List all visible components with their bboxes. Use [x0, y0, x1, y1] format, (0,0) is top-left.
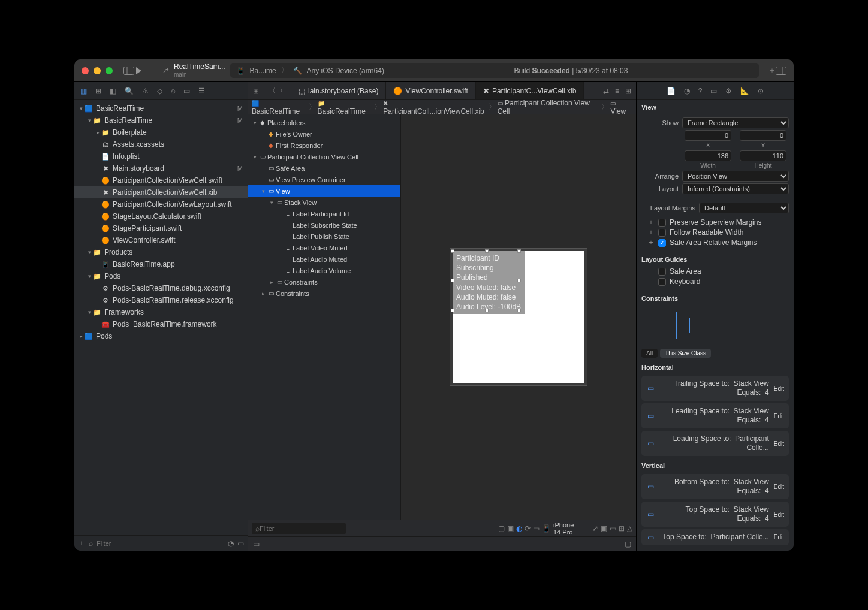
interface-builder-canvas[interactable]: Participant IDSubscribingPublishedVideo …	[401, 114, 636, 520]
editor-tab[interactable]: 🟠ViewController.swift	[386, 82, 475, 99]
nav-back-button[interactable]: 〈	[269, 86, 276, 96]
outline-item[interactable]: ◆First Responder	[248, 140, 400, 151]
editor-tab[interactable]: ⬚lain.storyboard (Base)	[291, 82, 386, 99]
activity-status[interactable]: 📱 Ba...ime 〉 🔨 Any iOS Device (arm64) Bu…	[230, 63, 759, 78]
constraint-item[interactable]: ▭Trailing Space to: Stack ViewEquals: 4E…	[641, 376, 789, 401]
resolve-issues-icon[interactable]: △	[627, 524, 632, 533]
project-navigator-tab-icon[interactable]: ▥	[80, 87, 87, 95]
outline-item[interactable]: LLabel Publish State	[248, 231, 400, 242]
scope-this-size-class-tab[interactable]: This Size Class	[660, 349, 711, 358]
variables-view-toggle-icon[interactable]: ▢	[625, 540, 631, 548]
related-items-icon[interactable]: ⊞	[248, 87, 264, 95]
debug-area-toggle-icon[interactable]: ▭	[253, 540, 260, 548]
outline-item[interactable]: ▸▭Constraints	[248, 276, 400, 288]
outline-item[interactable]: ▾◆Placeholders	[248, 117, 400, 128]
nav-item[interactable]: ✖︎ParticipantCollectionViewCell.xib	[74, 186, 248, 198]
edit-constraint-button[interactable]: Edit	[774, 534, 784, 540]
constraint-item[interactable]: ▭Leading Space to: Participant Colle...E…	[641, 431, 789, 456]
nav-item[interactable]: ⚙︎Pods-BasicRealTime.debug.xcconfig	[74, 282, 248, 294]
device-label[interactable]: iPhone 14 Pro	[553, 521, 575, 536]
arrange-select[interactable]: Position View	[682, 171, 789, 182]
nav-item[interactable]: 🟠ViewController.swift	[74, 234, 248, 246]
nav-item[interactable]: ▸🟦Pods	[74, 330, 248, 342]
jump-bar-segment[interactable]: ▭ Participant Collection View Cell	[498, 99, 600, 116]
minimize-window-button[interactable]	[94, 67, 101, 74]
nav-forward-button[interactable]: 〉	[279, 86, 287, 96]
adjust-editor-icon[interactable]: ⇄	[603, 87, 609, 95]
nav-item[interactable]: 📱BasicRealTime.app	[74, 258, 248, 270]
frame-height-input[interactable]	[740, 150, 786, 161]
nav-item[interactable]: ✖︎Main.storyboardM	[74, 162, 248, 174]
embed-in-icon[interactable]: ▣	[601, 524, 607, 533]
keyboard-guide-checkbox[interactable]	[658, 278, 666, 286]
add-target-button[interactable]: ＋	[78, 538, 85, 548]
outline-item[interactable]: LLabel Audio Muted	[248, 253, 400, 265]
edit-constraint-button[interactable]: Edit	[774, 511, 784, 518]
breakpoint-navigator-icon[interactable]: ▭	[183, 87, 190, 95]
jump-bar-segment[interactable]: ▭ View	[610, 99, 632, 116]
constraint-item[interactable]: ▭Top Space to: Stack ViewEquals: 4Edit	[641, 502, 789, 527]
show-frame-select[interactable]: Frame Rectangle	[682, 117, 789, 128]
constraint-item[interactable]: ▭Bottom Space to: Stack ViewEquals: 4Edi…	[641, 474, 789, 499]
zoom-window-button[interactable]	[106, 67, 113, 74]
device-type-icon[interactable]: 📱	[542, 524, 551, 533]
edit-constraint-button[interactable]: Edit	[774, 385, 784, 392]
outline-item[interactable]: ▭View Preview Container	[248, 174, 400, 185]
library-button[interactable]	[776, 67, 786, 75]
nav-item[interactable]: 🟠StageLayoutCalculator.swift	[74, 210, 248, 222]
document-outline-toggle-icon[interactable]: ▢	[498, 524, 505, 533]
constraint-item[interactable]: ▭Top Space to: Participant Colle...Edit	[641, 529, 789, 545]
editor-tab[interactable]: ✖︎ParticipantC...ViewCell.xib	[476, 82, 584, 99]
frame-x-input[interactable]	[685, 130, 731, 141]
scope-all-tab[interactable]: All	[641, 349, 658, 358]
editor-options-icon[interactable]: ≡	[615, 87, 619, 95]
outline-item[interactable]: ▾▭Stack View	[248, 197, 400, 208]
layout-margins-select[interactable]: Default	[699, 203, 789, 213]
test-navigator-icon[interactable]: ◇	[157, 87, 162, 95]
canvas-appearance-icon[interactable]: ◐	[516, 524, 522, 533]
frame-y-input[interactable]	[740, 130, 786, 141]
report-navigator-icon[interactable]: ☰	[198, 87, 205, 95]
connections-inspector-icon[interactable]: ⊙	[758, 87, 764, 95]
edit-constraint-button[interactable]: Edit	[774, 413, 784, 419]
edit-constraint-button[interactable]: Edit	[774, 440, 784, 447]
outline-item[interactable]: LLabel Participant Id	[248, 208, 400, 219]
jump-bar[interactable]: 🟦 BasicRealTime〉📁 BasicRealTime〉✖︎ Parti…	[248, 100, 636, 114]
nav-item[interactable]: 🟠StageParticipant.swift	[74, 222, 248, 234]
nav-item[interactable]: ▾📁Pods	[74, 270, 248, 282]
identity-inspector-icon[interactable]: ▭	[710, 87, 717, 95]
debug-navigator-icon[interactable]: ⎋	[171, 87, 175, 95]
constraint-diagram[interactable]	[637, 304, 794, 346]
attributes-inspector-icon[interactable]: ⚙	[725, 87, 732, 95]
edit-constraint-button[interactable]: Edit	[774, 484, 784, 490]
outline-item[interactable]: ▾▭Participant Collection View Cell	[248, 151, 400, 162]
navigator-filter-input[interactable]	[97, 540, 224, 547]
add-editor-icon[interactable]: ⊞	[625, 87, 631, 95]
nav-item[interactable]: ▾📁BasicRealTimeM	[74, 114, 248, 126]
frame-width-input[interactable]	[685, 150, 731, 161]
project-root[interactable]: ▾🟦BasicRealTimeM	[74, 102, 248, 114]
find-navigator-icon[interactable]: 🔍	[125, 87, 134, 95]
safe-area-guide-checkbox[interactable]	[658, 268, 666, 276]
outline-item[interactable]: LLabel Video Muted	[248, 242, 400, 253]
help-inspector-icon[interactable]: ?	[698, 87, 703, 95]
outline-item[interactable]: LLabel Subscribe State	[248, 219, 400, 231]
preserve-margins-checkbox[interactable]	[658, 219, 666, 227]
file-inspector-icon[interactable]: 📄	[667, 87, 676, 95]
source-control-navigator-icon[interactable]: ⊞	[95, 87, 101, 95]
nav-item[interactable]: ▾📁Frameworks	[74, 306, 248, 318]
outline-filter-input[interactable]	[260, 525, 342, 532]
collection-view-cell-preview[interactable]: Participant IDSubscribingPublishedVideo …	[453, 251, 584, 383]
jump-bar-segment[interactable]: 📁 BasicRealTime	[318, 99, 373, 116]
layout-select[interactable]: Inferred (Constraints)	[682, 183, 789, 194]
nav-item[interactable]: 📄Info.plist	[74, 150, 248, 162]
orientation-icon[interactable]: ⟳	[525, 524, 531, 533]
issue-navigator-icon[interactable]: ⚠︎	[142, 87, 149, 95]
outline-item[interactable]: ▭Safe Area	[248, 162, 400, 174]
follow-readable-checkbox[interactable]	[658, 229, 666, 237]
zoom-actual-icon[interactable]: ⤢	[592, 524, 598, 533]
align-icon[interactable]: ▭	[610, 524, 616, 533]
outline-item[interactable]: ▾▭View	[248, 185, 400, 197]
size-inspector-icon[interactable]: 📐	[740, 87, 749, 95]
close-window-button[interactable]	[82, 67, 89, 74]
